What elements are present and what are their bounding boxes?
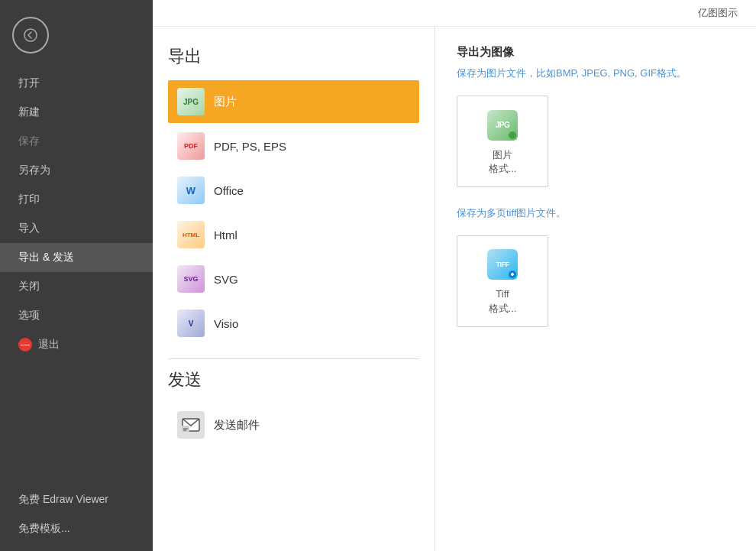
content-area: 导出 JPG 图片 PDF PDF, PS, EPS W Offi <box>153 27 756 551</box>
tiff-description: 保存为多页tiff图片文件。 <box>457 206 735 222</box>
sidebar-item-label: 关闭 <box>18 280 40 293</box>
export-item-label: Visio <box>214 317 238 330</box>
svg-icon: SVG <box>177 265 205 293</box>
export-item-label: 发送邮件 <box>214 418 260 433</box>
sidebar-item-label: 新建 <box>18 105 40 119</box>
tiff-format-label: Tiff 格式... <box>489 287 517 315</box>
sidebar-item-import[interactable]: 导入 <box>0 214 153 243</box>
send-divider <box>168 358 419 359</box>
sidebar-item-quit[interactable]: — 退出 <box>0 330 153 359</box>
export-section-title: 导出 <box>168 45 419 68</box>
sidebar-item-label: 退出 <box>38 338 60 352</box>
sidebar-item-print[interactable]: 打印 <box>0 185 153 214</box>
export-item-svg[interactable]: SVG SVG <box>168 258 419 300</box>
export-item-image[interactable]: JPG 图片 <box>168 80 419 123</box>
pdf-icon: PDF <box>177 132 205 160</box>
right-panel: 导出为图像 保存为图片文件，比如BMP, JPEG, PNG, GIF格式。 J… <box>435 27 756 551</box>
export-item-pdf[interactable]: PDF PDF, PS, EPS <box>168 125 419 167</box>
sidebar-item-label: 导出 & 发送 <box>18 251 74 264</box>
office-icon: W <box>177 177 205 204</box>
sidebar-bottom: 免费 Edraw Viewer 免费模板... <box>0 485 153 551</box>
export-item-html[interactable]: HTML Html <box>168 213 419 256</box>
export-item-label: 图片 <box>214 95 237 109</box>
export-item-email[interactable]: 发送邮件 <box>168 404 419 446</box>
sidebar-item-label: 导入 <box>18 222 40 235</box>
sidebar-item-label: 免费 Edraw Viewer <box>18 493 108 507</box>
sidebar-item-close[interactable]: 关闭 <box>0 272 153 301</box>
send-section-title: 发送 <box>168 368 419 391</box>
export-item-label: Html <box>214 229 237 241</box>
visio-icon: V <box>177 310 205 337</box>
html-icon: HTML <box>177 221 205 248</box>
sidebar-item-label: 保存 <box>18 135 40 148</box>
export-item-label: Office <box>214 184 244 197</box>
image-format-card[interactable]: JPG 图片 格式... <box>457 96 548 187</box>
sidebar-item-export-send[interactable]: 导出 & 发送 <box>0 243 153 272</box>
sidebar-item-label: 打开 <box>18 76 40 90</box>
export-panel: 导出 JPG 图片 PDF PDF, PS, EPS W Offi <box>153 27 435 551</box>
sidebar-item-label: 另存为 <box>18 164 50 177</box>
sidebar-item-label: 打印 <box>18 193 40 206</box>
top-bar: 亿图图示 <box>153 0 756 27</box>
tiff-format-card[interactable]: TIFF Tiff 格式... <box>457 235 548 327</box>
tiff-format-icon: TIFF <box>484 246 521 283</box>
export-item-label: PDF, PS, EPS <box>214 140 286 153</box>
export-item-office[interactable]: W Office <box>168 169 419 212</box>
sidebar-item-open[interactable]: 打开 <box>0 69 153 98</box>
sidebar: 打开 新建 保存 另存为 打印 导入 导出 & 发送 关闭 选项 — 退出 免费… <box>0 0 153 551</box>
sidebar-item-new[interactable]: 新建 <box>0 98 153 127</box>
right-panel-title: 导出为图像 <box>457 45 735 60</box>
sidebar-item-free-template[interactable]: 免费模板... <box>0 514 153 543</box>
sidebar-item-label: 选项 <box>18 309 40 322</box>
sidebar-item-save[interactable]: 保存 <box>0 127 153 156</box>
main-content: 亿图图示 导出 JPG 图片 PDF PDF, PS, EPS <box>153 0 756 551</box>
app-title: 亿图图示 <box>698 6 738 20</box>
sidebar-item-label: 免费模板... <box>18 522 70 536</box>
jpg-icon: JPG <box>177 88 205 115</box>
svg-point-0 <box>24 29 37 41</box>
quit-icon: — <box>18 338 32 352</box>
email-icon <box>177 411 205 439</box>
image-format-label: 图片 格式... <box>489 148 517 176</box>
sidebar-item-save-as[interactable]: 另存为 <box>0 156 153 185</box>
jpg-format-icon: JPG <box>484 107 521 144</box>
export-item-visio[interactable]: V Visio <box>168 302 419 345</box>
back-button[interactable] <box>12 17 49 53</box>
export-item-label: SVG <box>214 273 238 286</box>
right-panel-description: 保存为图片文件，比如BMP, JPEG, PNG, GIF格式。 <box>457 66 735 82</box>
sidebar-item-options[interactable]: 选项 <box>0 301 153 330</box>
sidebar-item-free-viewer[interactable]: 免费 Edraw Viewer <box>0 485 153 514</box>
